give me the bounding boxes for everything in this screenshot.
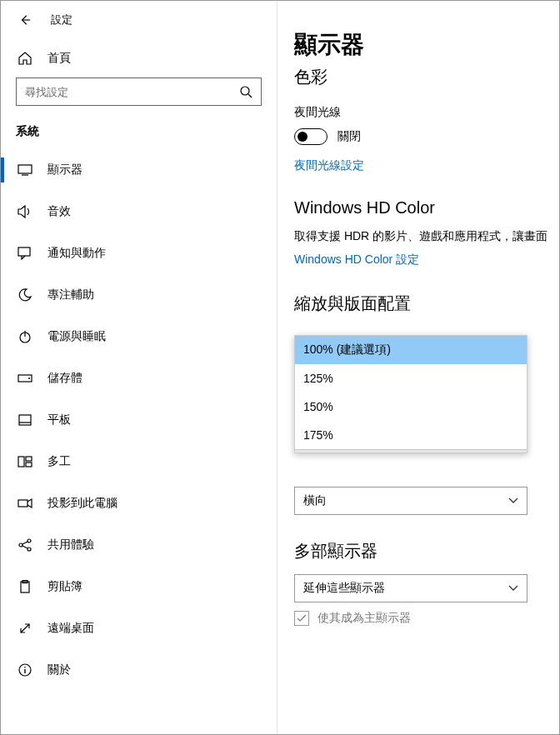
hdcolor-desc: 取得支援 HDR 的影片、遊戲和應用程式，讓畫面 [294,229,559,244]
search-input[interactable] [25,86,252,98]
color-heading: 色彩 [294,66,559,88]
moon-icon [18,288,32,302]
svg-rect-2 [18,165,32,173]
content-pane: 顯示器 色彩 夜間光線 關閉 夜間光線設定 Windows HD Color 取… [278,1,559,734]
hdcolor-heading: Windows HD Color [294,198,559,218]
chevron-down-icon [508,498,518,504]
share-icon [18,538,32,552]
scale-option-150[interactable]: 150% [295,392,527,421]
svg-line-19 [22,546,28,548]
nightlight-state: 關閉 [338,129,361,144]
nav-item-share[interactable]: 共用體驗 [1,524,277,566]
nav-item-project[interactable]: 投影到此電腦 [1,482,277,524]
svg-rect-13 [26,462,32,467]
svg-line-18 [22,542,28,544]
scale-option-125[interactable]: 125% [295,364,527,392]
nav-item-power[interactable]: 電源與睡眠 [1,316,277,358]
tablet-icon [18,414,32,426]
nav-label: 專注輔助 [48,288,94,302]
svg-point-17 [28,548,31,551]
nav-label: 關於 [48,662,71,678]
hdcolor-link[interactable]: Windows HD Color 設定 [294,252,559,268]
nav-item-notifications[interactable]: 通知與動作 [1,232,277,274]
arrow-left-icon [19,13,31,27]
remote-icon [18,622,32,635]
svg-point-8 [28,378,30,379]
svg-point-24 [24,667,26,668]
multimon-value: 延伸這些顯示器 [303,581,385,596]
nav-label: 剪貼簿 [48,579,82,594]
orientation-dropdown[interactable]: 橫向 [294,487,528,515]
scale-option-175[interactable]: 175% [295,421,527,449]
multitask-icon [18,456,32,468]
page-title: 顯示器 [294,29,559,61]
chevron-down-icon [508,585,518,592]
nav-item-focus[interactable]: 專注輔助 [1,274,277,316]
nav-item-remote[interactable]: 遠端桌面 [1,608,277,649]
home-icon [18,51,32,66]
nav-label: 儲存體 [48,371,82,386]
nav-label: 顯示器 [48,162,82,178]
project-icon [18,498,32,509]
svg-point-0 [241,87,249,95]
nav-label: 共用體驗 [48,538,94,552]
nav-item-tablet[interactable]: 平板 [1,399,277,441]
monitor-icon [18,164,32,176]
nav-label: 通知與動作 [48,246,106,261]
power-icon [18,330,32,343]
sidebar: 設定 首頁 系統 顯示器 音效 通 [1,1,278,734]
scale-heading: 縮放與版面配置 [294,292,559,315]
primary-display-label: 使其成為主顯示器 [318,611,411,626]
nav-item-clipboard[interactable]: 剪貼簿 [1,566,277,608]
search-box[interactable] [16,78,262,106]
nav-label: 遠端桌面 [48,621,94,636]
nav-item-multitask[interactable]: 多工 [1,441,277,482]
orientation-value: 橫向 [303,493,327,508]
sidebar-section-label: 系統 [1,121,277,149]
nav-item-storage[interactable]: 儲存體 [1,358,277,399]
multimon-dropdown[interactable]: 延伸這些顯示器 [294,574,528,602]
clipboard-icon [18,580,32,593]
nav-label: 投影到此電腦 [48,496,118,511]
info-icon [18,663,32,677]
svg-point-16 [28,539,31,542]
nav-item-display[interactable]: 顯示器 [1,149,277,191]
speaker-icon [18,205,32,218]
svg-rect-9 [19,415,31,425]
nav-label: 音效 [48,204,71,219]
nav-item-sound[interactable]: 音效 [1,191,277,232]
storage-icon [18,374,32,382]
svg-rect-4 [18,248,30,256]
nightlight-toggle[interactable] [294,128,328,145]
primary-display-checkbox-row[interactable]: 使其成為主顯示器 [294,611,559,626]
back-button[interactable] [19,14,31,26]
dropdown-bottom-edge [295,449,527,452]
notification-icon [18,247,32,260]
sidebar-nav: 顯示器 音效 通知與動作 專注輔助 電源與睡眠 儲存體 [1,149,277,691]
checkbox-icon [294,611,309,626]
scale-dropdown-open[interactable]: 100% (建議選項) 125% 150% 175% [294,335,528,453]
nav-label: 電源與睡眠 [48,329,106,344]
multimon-heading: 多部顯示器 [294,540,559,562]
nightlight-label: 夜間光線 [294,105,559,120]
nightlight-settings-link[interactable]: 夜間光線設定 [294,158,559,173]
nav-label: 多工 [48,454,71,469]
scale-option-100[interactable]: 100% (建議選項) [295,336,527,364]
nav-label: 平板 [48,412,71,428]
nav-item-about[interactable]: 關於 [1,649,277,691]
svg-rect-11 [18,457,24,467]
home-label: 首頁 [48,51,71,66]
svg-rect-12 [26,457,32,461]
svg-point-15 [19,543,22,547]
sidebar-home[interactable]: 首頁 [1,42,277,78]
search-icon [239,85,252,98]
svg-rect-14 [18,500,28,507]
svg-line-1 [248,94,252,98]
window-title: 設定 [51,12,72,28]
